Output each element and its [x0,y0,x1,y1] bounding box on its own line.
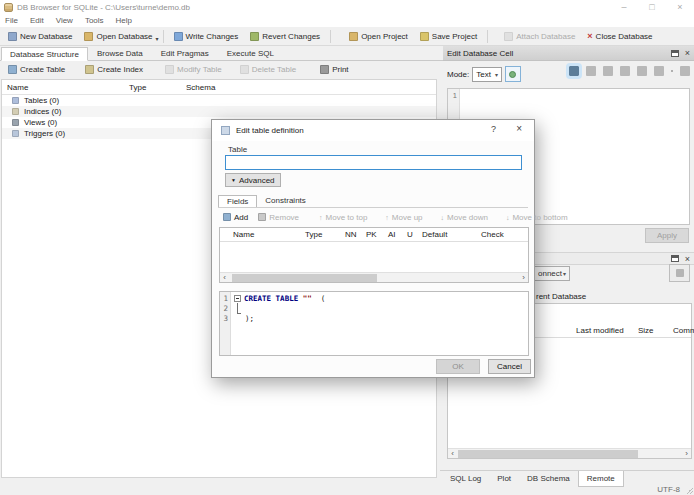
mode-value: Text [476,70,491,79]
mode-select[interactable]: Text ▾ [472,67,502,82]
fields-table-hscrollbar[interactable]: ‹ › [220,272,528,282]
remote-action-icon [676,269,684,277]
tree-item-tables[interactable]: Tables (0) [2,95,436,106]
views-icon [12,119,19,126]
sql-preview-editor[interactable]: 1 2 3 CREATE TABLE "" ( ); [219,291,529,356]
scrollbar-thumb[interactable] [232,274,377,282]
column-commit[interactable]: Comm [673,326,694,335]
tab-remote[interactable]: Remote [578,471,624,487]
open-project-button[interactable]: Open Project [343,28,414,45]
tree-column-name[interactable]: Name [7,83,28,92]
column-name[interactable]: Name [233,230,254,239]
tab-execute-sql[interactable]: Execute SQL [218,46,283,60]
menu-edit[interactable]: Edit [29,16,45,25]
menu-file[interactable]: File [4,16,19,25]
remote-table-hscrollbar[interactable]: ‹ › [448,448,691,458]
column-default[interactable]: Default [422,230,447,239]
save-icon[interactable] [637,66,647,76]
fields-table-header: Name Type NN PK AI U Default Check [220,228,528,242]
column-type[interactable]: Type [305,230,322,239]
identity-select[interactable]: onnect ▾ [534,266,570,281]
tab-browse-data[interactable]: Browse Data [88,46,152,60]
fields-table[interactable]: Name Type NN PK AI U Default Check ‹ › [219,227,529,283]
add-field-button[interactable]: Add [218,213,253,222]
open-database-dropdown-icon[interactable]: ▾ [156,31,159,42]
word-wrap-icon[interactable] [569,66,579,76]
scroll-right-icon[interactable]: › [682,449,691,459]
menu-view[interactable]: View [55,16,74,25]
fullscreen-icon[interactable] [654,66,664,76]
menu-tools[interactable]: Tools [84,16,105,25]
create-table-button[interactable]: Create Table [2,61,71,78]
tab-edit-pragmas[interactable]: Edit Pragmas [152,46,218,60]
column-nn[interactable]: NN [345,230,357,239]
chevron-down-icon: ▼ [231,177,236,183]
scroll-left-icon[interactable]: ‹ [220,273,229,283]
toolbar-separator [487,30,488,43]
tab-db-schema[interactable]: DB Schema [519,471,578,487]
delete-table-icon [240,65,249,74]
print-button[interactable]: Print [314,61,354,78]
revert-changes-button[interactable]: Revert Changes [244,28,326,45]
close-panel-icon[interactable]: × [685,48,690,58]
move-top-button: ↑ Move to top [314,213,372,222]
gutter-line-number: 2 [220,304,228,314]
tab-plot[interactable]: Plot [489,471,519,487]
minimize-icon[interactable]: – [610,0,638,14]
chevron-down-icon: ▾ [563,270,566,277]
add-label: Add [234,213,248,222]
remote-action-button[interactable] [669,264,690,282]
float-panel-icon[interactable] [671,255,679,262]
float-panel-icon[interactable] [671,50,679,57]
main-toolbar: New Database Open Database ▾ Write Chang… [0,27,694,46]
tree-item-indices[interactable]: Indices (0) [2,106,436,117]
close-icon[interactable]: × [666,0,694,14]
resize-grip[interactable] [686,487,693,494]
scroll-right-icon[interactable]: › [519,273,528,283]
tab-sql-log[interactable]: SQL Log [442,471,489,487]
create-table-icon [8,65,17,74]
column-pk[interactable]: PK [366,230,377,239]
export-icon[interactable] [620,66,630,76]
close-database-button[interactable]: × Close Database [581,28,658,45]
cancel-label: Cancel [497,362,522,371]
add-icon [223,213,231,221]
scroll-left-icon[interactable]: ‹ [448,449,457,459]
column-last-modified[interactable]: Last modified [576,326,624,335]
window-controls: – □ × [610,0,694,14]
scrollbar-thumb[interactable] [458,450,638,458]
dialog-close-icon[interactable]: × [516,123,522,134]
close-panel-icon[interactable]: × [685,254,690,264]
print-cell-icon[interactable] [680,66,690,76]
column-check[interactable]: Check [481,230,504,239]
open-database-button[interactable]: Open Database [78,28,158,45]
menu-help[interactable]: Help [115,16,133,25]
create-index-button[interactable]: Create Index [79,61,149,78]
triggers-icon [12,130,19,137]
code-fold-icon[interactable] [234,295,241,302]
new-database-button[interactable]: New Database [2,28,78,45]
tab-database-structure[interactable]: Database Structure [1,47,88,61]
column-u[interactable]: U [407,230,413,239]
auto-format-button[interactable] [505,66,521,82]
bottom-tabbar: SQL Log Plot DB Schema Remote [440,470,694,487]
column-size[interactable]: Size [638,326,654,335]
column-ai[interactable]: AI [388,230,396,239]
tree-item-label: Triggers (0) [24,129,65,138]
set-null-icon[interactable] [586,66,596,76]
advanced-toggle-button[interactable]: ▼ Advanced [225,173,281,187]
import-icon[interactable] [603,66,613,76]
tree-column-schema[interactable]: Schema [186,83,215,92]
help-icon[interactable]: ? [491,124,496,134]
save-project-button[interactable]: Save Project [414,28,483,45]
chevron-down-icon: ▾ [495,71,498,78]
write-changes-button[interactable]: Write Changes [168,28,245,45]
apply-label: Apply [657,231,677,240]
maximize-icon[interactable]: □ [638,0,666,14]
cancel-button[interactable]: Cancel [488,359,531,374]
save-project-label: Save Project [432,32,477,41]
save-project-icon [420,32,429,41]
tree-column-type[interactable]: Type [129,83,146,92]
dialog-titlebar[interactable]: Edit table definition ? × [212,120,534,141]
table-name-input[interactable] [225,155,522,170]
